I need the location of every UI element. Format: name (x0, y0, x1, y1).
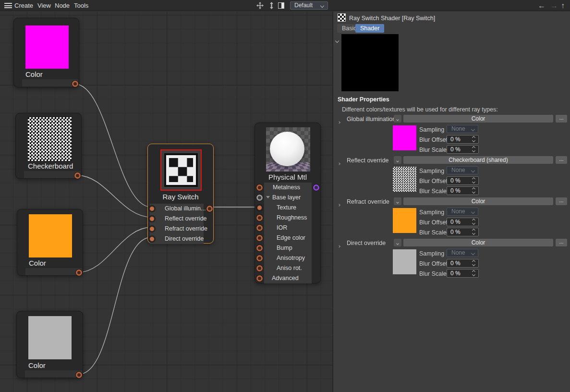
node-footer (25, 370, 82, 378)
blur-offset-input[interactable]: 0 % (447, 135, 479, 144)
blur-scale-input[interactable]: 0 % (447, 228, 479, 236)
preset-dropdown[interactable]: Default (290, 1, 328, 10)
blur-offset-value: 0 % (450, 177, 461, 184)
preview-collapse-icon[interactable] (336, 36, 339, 44)
sampling-value: None (451, 208, 465, 215)
input-port-refract-override[interactable] (149, 226, 155, 232)
blur-offset-input[interactable]: 0 % (447, 176, 479, 185)
input-port-advanced[interactable] (256, 275, 263, 282)
expander-icon[interactable] (338, 158, 340, 167)
node-physical-mtl[interactable]: Physical Mtl Metalness Base layer Textur… (255, 122, 321, 283)
output-port[interactable] (72, 81, 78, 87)
input-port-metalness[interactable] (256, 184, 263, 191)
expander-icon[interactable] (338, 241, 340, 249)
node-graph-canvas[interactable]: Color Checkerboard Color Color (0, 12, 332, 392)
input-port-anisotropy[interactable] (256, 255, 263, 261)
sampling-label: Sampling (419, 167, 444, 175)
blur-offset-label: Blur Offset (419, 136, 448, 144)
blur-scale-label: Blur Scale (419, 270, 447, 278)
shader-type-dropdown[interactable] (394, 239, 401, 246)
row-edge-color: Edge color (277, 233, 305, 243)
menu-tools[interactable]: Tools (74, 0, 88, 11)
shader-value-button[interactable]: Color (403, 115, 553, 122)
blur-scale-input[interactable]: 0 % (447, 269, 479, 278)
shader-swatch[interactable] (393, 249, 416, 274)
shader-value-button[interactable]: Color (403, 197, 553, 205)
row-metalness: Metalness (273, 183, 300, 193)
more-button[interactable]: ... (556, 156, 567, 164)
input-port-global-illumination[interactable] (149, 206, 155, 212)
nav-up-icon[interactable]: ↑ (561, 0, 565, 11)
group-reflect-override: Reflect override Checkerboard (shared) .… (333, 156, 570, 197)
blur-scale-input[interactable]: 0 % (447, 186, 479, 195)
blur-offset-input[interactable]: 0 % (447, 259, 479, 268)
sampling-dropdown[interactable]: None (447, 249, 478, 257)
row-base-layer: Base layer (272, 193, 301, 203)
node-color-gray[interactable]: Color (16, 311, 83, 378)
group-refract-override: Refract override Color ... Sampling None… (333, 197, 570, 239)
row-roughness: Roughness (277, 213, 307, 223)
blur-scale-label: Blur Scale (419, 229, 447, 237)
input-port-ior[interactable] (256, 225, 263, 231)
pan-icon[interactable] (256, 2, 264, 9)
input-port-reflect-override[interactable] (149, 216, 155, 222)
shader-value-button[interactable]: Color (403, 239, 553, 246)
node-label: Checkerboard (28, 162, 73, 170)
more-button[interactable]: ... (556, 197, 567, 205)
expander-icon[interactable] (338, 117, 340, 125)
input-port-aniso-rot[interactable] (256, 265, 263, 271)
shader-type-dropdown[interactable] (394, 197, 401, 205)
group-label: Reflect override (347, 157, 389, 164)
shader-preview (341, 34, 399, 91)
output-port[interactable] (76, 372, 82, 378)
ray-switch-icon (160, 149, 202, 191)
output-port[interactable] (76, 270, 82, 276)
menu-create[interactable]: Create (14, 0, 33, 11)
nav-back-icon[interactable]: ← (538, 0, 546, 11)
expander-icon[interactable] (338, 199, 340, 208)
sampling-dropdown[interactable]: None (447, 166, 478, 174)
blur-scale-input[interactable]: 0 % (447, 145, 479, 154)
more-button[interactable]: ... (556, 115, 567, 122)
node-color-orange[interactable]: Color (17, 209, 83, 276)
shader-swatch-checkerboard[interactable] (393, 167, 416, 192)
hamburger-menu-icon[interactable] (4, 3, 12, 8)
output-port[interactable] (74, 172, 81, 179)
input-row-refract-override: Refract override (165, 224, 207, 234)
more-button[interactable]: ... (556, 239, 567, 246)
shader-type-dropdown[interactable] (394, 156, 401, 164)
blur-scale-value: 0 % (450, 270, 461, 277)
menu-node[interactable]: Node (55, 0, 70, 11)
input-port-edge-color[interactable] (256, 235, 263, 241)
tab-shader[interactable]: Shader (355, 24, 384, 33)
nav-forward-icon[interactable]: → (550, 0, 558, 11)
split-view-icon[interactable] (278, 2, 284, 9)
spin-down-icon (472, 139, 475, 142)
fit-vertical-icon[interactable] (268, 2, 275, 9)
input-port-texture[interactable] (256, 205, 263, 211)
wire-orange-to-refract (78, 227, 151, 272)
collapse-triangle-icon[interactable] (266, 196, 270, 198)
node-color-magenta[interactable]: Color (13, 18, 79, 87)
input-port-bump[interactable] (256, 245, 263, 251)
sampling-dropdown[interactable]: None (447, 208, 478, 216)
output-port[interactable] (206, 206, 213, 212)
sampling-label: Sampling (419, 126, 444, 134)
blur-offset-value: 0 % (450, 260, 461, 267)
input-port-roughness[interactable] (256, 215, 263, 221)
node-checkerboard[interactable]: Checkerboard (15, 113, 82, 179)
node-ray-switch[interactable]: Ray Switch Global illumin... Reflect ove… (147, 144, 214, 244)
menu-view[interactable]: View (37, 0, 51, 11)
node-label: Physical Mtl (255, 173, 320, 181)
sampling-dropdown[interactable]: None (447, 125, 478, 133)
shader-value-button[interactable]: Checkerboard (shared) (403, 156, 553, 164)
spin-down-icon (472, 263, 475, 266)
input-port-direct-override[interactable] (149, 236, 155, 242)
output-port-metalness[interactable] (313, 184, 319, 191)
input-port-base-layer[interactable] (256, 195, 263, 201)
shader-type-dropdown[interactable] (394, 115, 401, 122)
color-swatch-preview (25, 25, 69, 69)
shader-swatch[interactable] (393, 125, 416, 150)
blur-offset-input[interactable]: 0 % (447, 218, 479, 226)
shader-swatch[interactable] (393, 208, 416, 233)
